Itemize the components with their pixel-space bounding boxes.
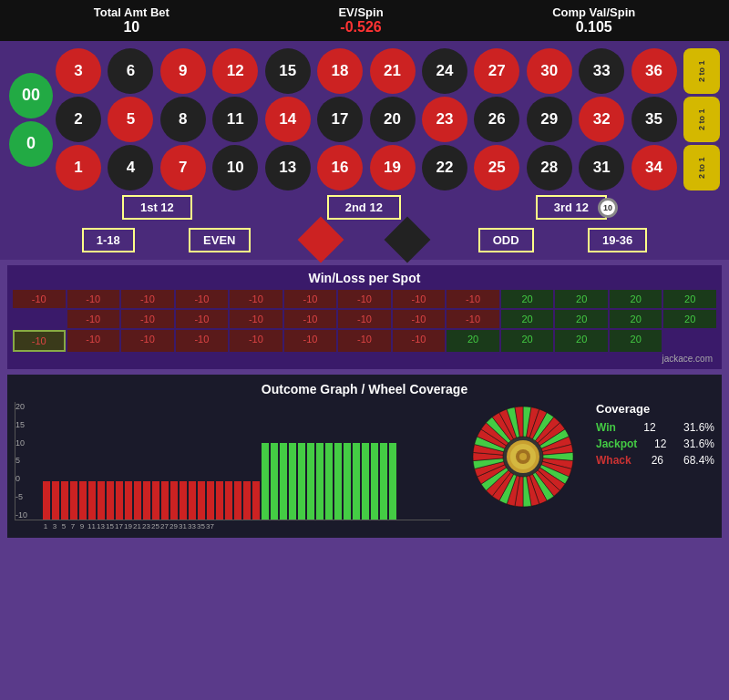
- wl-cell: -10: [121, 330, 174, 352]
- num-cell-16[interactable]: 16: [317, 145, 363, 190]
- num-cell-2[interactable]: 2: [56, 97, 101, 142]
- bet-red[interactable]: [297, 217, 344, 263]
- wl-cell: -10: [13, 330, 66, 352]
- num-cell-14[interactable]: 14: [265, 97, 311, 142]
- comp-val-block: Comp Val/Spin 0.105: [552, 5, 635, 36]
- bar: [52, 481, 59, 520]
- num-cell-28[interactable]: 28: [527, 145, 572, 190]
- num-cell-29[interactable]: 29: [527, 97, 572, 142]
- num-cell-27[interactable]: 27: [474, 48, 519, 94]
- bar: [325, 443, 333, 520]
- bar: [243, 481, 251, 520]
- num-cell-31[interactable]: 31: [579, 145, 624, 190]
- num-cell-15[interactable]: 15: [265, 48, 311, 94]
- bar: [234, 481, 241, 520]
- bar-chart-area: 20 15 10 5 0 -5 -10 13579111315171921232…: [15, 402, 450, 530]
- double-zero[interactable]: 00: [9, 73, 53, 118]
- num-cell-26[interactable]: 26: [474, 97, 519, 142]
- num-cell-11[interactable]: 11: [212, 97, 258, 142]
- num-cell-6[interactable]: 6: [108, 48, 153, 94]
- whack-label: Whack: [596, 454, 631, 467]
- bar: [225, 481, 232, 520]
- bet-odd[interactable]: ODD: [478, 228, 534, 252]
- win-pct: 31.6%: [683, 421, 714, 434]
- ev-spin-block: EV/Spin -0.526: [338, 5, 383, 36]
- bar: [371, 443, 378, 520]
- num-cell-1[interactable]: 1: [56, 145, 101, 190]
- zero[interactable]: 0: [9, 121, 53, 167]
- num-cell-13[interactable]: 13: [265, 145, 311, 190]
- wl-cell: -10: [447, 290, 499, 308]
- num-cell-35[interactable]: 35: [631, 97, 677, 142]
- winloss-table: -10-10-10-10-10-10-10-10-1020202020-10-1…: [13, 290, 716, 352]
- jackpot-pct: 31.6%: [683, 438, 714, 450]
- num-cell-22[interactable]: 22: [422, 145, 467, 190]
- bar: [344, 443, 351, 520]
- payout-top[interactable]: 2 to 1: [683, 48, 720, 94]
- bet-even[interactable]: EVEN: [189, 228, 250, 252]
- bar: [262, 443, 269, 520]
- num-cell-30[interactable]: 30: [527, 48, 572, 94]
- wheel-svg: [468, 402, 578, 511]
- wl-cell: -10: [338, 290, 391, 308]
- payout-mid[interactable]: 2 to 1: [683, 97, 720, 142]
- num-cell-8[interactable]: 8: [160, 97, 206, 142]
- bar: [362, 443, 369, 520]
- num-cell-19[interactable]: 19: [370, 145, 416, 190]
- payout-bot[interactable]: 2 to 1: [683, 145, 720, 190]
- wl-cell: -10: [121, 290, 174, 308]
- wl-cell: [13, 310, 66, 328]
- num-cell-12[interactable]: 12: [212, 48, 258, 94]
- win-count: 12: [643, 421, 655, 434]
- wl-cell: -10: [67, 330, 120, 352]
- wl-cell: -10: [230, 330, 282, 352]
- wl-cell: -10: [176, 330, 229, 352]
- num-cell-4[interactable]: 4: [108, 145, 153, 190]
- num-cell-10[interactable]: 10: [212, 145, 258, 190]
- bar: [170, 481, 178, 520]
- num-cell-18[interactable]: 18: [317, 48, 363, 94]
- num-cell-32[interactable]: 32: [579, 97, 624, 142]
- num-cell-3[interactable]: 3: [56, 48, 101, 94]
- num-cell-36[interactable]: 36: [631, 48, 677, 94]
- jackpot-count: 12: [654, 438, 666, 450]
- num-cell-20[interactable]: 20: [370, 97, 416, 142]
- wl-cell: 20: [610, 290, 662, 308]
- x-axis: 135791113151719212325272931333537: [15, 522, 450, 530]
- wl-cell: 20: [663, 310, 716, 328]
- first-twelve[interactable]: 1st 12: [122, 195, 192, 220]
- bar: [316, 443, 323, 520]
- num-cell-21[interactable]: 21: [370, 48, 416, 94]
- comp-val-value: 0.105: [552, 19, 635, 36]
- bet-1-18[interactable]: 1-18: [82, 228, 135, 252]
- third-twelve[interactable]: 3rd 12 10: [536, 195, 607, 220]
- num-cell-7[interactable]: 7: [160, 145, 206, 190]
- num-cell-9[interactable]: 9: [160, 48, 206, 94]
- bar: [280, 443, 287, 520]
- bar: [143, 481, 150, 520]
- wl-cell: -10: [338, 310, 391, 328]
- wl-cell: -10: [393, 330, 446, 352]
- coverage-area: Coverage Win 12 31.6% Jackpot 12 31.6% W…: [596, 402, 714, 470]
- bar: [79, 481, 87, 520]
- chip-third-twelve: 10: [598, 198, 618, 218]
- bar: [307, 443, 314, 520]
- wl-cell: 20: [610, 310, 662, 328]
- coverage-jackpot-row: Jackpot 12 31.6%: [596, 438, 714, 450]
- ev-spin-value: -0.526: [338, 19, 383, 36]
- num-cell-5[interactable]: 5: [108, 97, 153, 142]
- bar: [207, 481, 214, 520]
- bar: [70, 481, 77, 520]
- num-cell-33[interactable]: 33: [579, 48, 624, 94]
- second-twelve[interactable]: 2nd 12: [327, 195, 401, 220]
- num-cell-17[interactable]: 17: [317, 97, 363, 142]
- total-amt-label: Total Amt Bet: [94, 5, 169, 19]
- payout-column: 2 to 1 2 to 1 2 to 1: [683, 48, 720, 190]
- bet-19-36[interactable]: 19-36: [588, 228, 647, 252]
- num-cell-34[interactable]: 34: [631, 145, 677, 190]
- bet-black[interactable]: [385, 217, 431, 263]
- num-cell-23[interactable]: 23: [422, 97, 467, 142]
- num-cell-24[interactable]: 24: [422, 48, 467, 94]
- wl-cell: -10: [230, 290, 282, 308]
- num-cell-25[interactable]: 25: [474, 145, 519, 190]
